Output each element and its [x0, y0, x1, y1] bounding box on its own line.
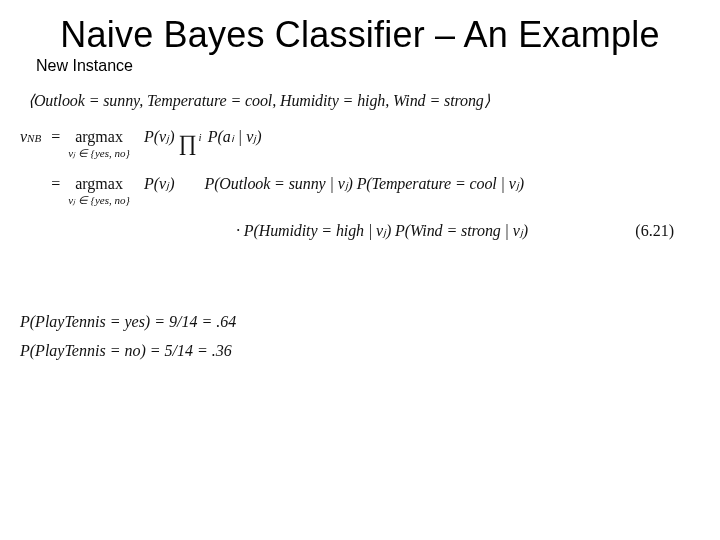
- nb-subscript: NB: [27, 132, 41, 144]
- new-instance-label: New Instance: [36, 57, 700, 75]
- pai-given-vj: P(aᵢ | vⱼ): [208, 125, 262, 148]
- argmax-domain-1: vⱼ ∈ {yes, no}: [68, 146, 130, 162]
- argmax-label-1: argmax: [75, 125, 123, 148]
- nb-expanded-row-1: vNB = argmax vⱼ ∈ {yes, no} P(vⱼ) P(Outl…: [20, 172, 700, 209]
- argmax-2: argmax vⱼ ∈ {yes, no}: [68, 172, 130, 209]
- argmax-domain-2: vⱼ ∈ {yes, no}: [68, 193, 130, 209]
- pvj-1: P(vⱼ): [144, 125, 175, 148]
- equals-2: =: [51, 172, 60, 195]
- prior-no: P(PlayTennis = no) = 5/14 = .36: [20, 339, 700, 362]
- nb-definition-row: vNB = argmax vⱼ ∈ {yes, no} P(vⱼ) ∏i P(a…: [20, 125, 700, 162]
- math-region: ⟨Outlook = sunny, Temperature = cool, Hu…: [20, 89, 700, 362]
- expanded-term-2: · P(Humidity = high | vⱼ) P(Wind = stron…: [236, 219, 528, 242]
- product-index: i: [199, 130, 202, 146]
- nb-expanded-row-2: · P(Humidity = high | vⱼ) P(Wind = stron…: [20, 219, 700, 242]
- instance-tuple-text: ⟨Outlook = sunny, Temperature = cool, Hu…: [28, 89, 490, 112]
- slide-title: Naive Bayes Classifier – An Example: [20, 14, 700, 55]
- argmax-1: argmax vⱼ ∈ {yes, no}: [68, 125, 130, 162]
- product-symbol: ∏: [178, 127, 196, 159]
- prior-yes: P(PlayTennis = yes) = 9/14 = .64: [20, 310, 700, 333]
- instance-tuple: ⟨Outlook = sunny, Temperature = cool, Hu…: [28, 89, 700, 112]
- priors-block: P(PlayTennis = yes) = 9/14 = .64 P(PlayT…: [20, 310, 700, 362]
- equals-1: =: [51, 125, 60, 148]
- pvj-2: P(vⱼ): [144, 172, 175, 195]
- argmax-label-2: argmax: [75, 172, 123, 195]
- vnb-symbol: vNB: [20, 125, 41, 148]
- slide: Naive Bayes Classifier – An Example New …: [0, 0, 720, 540]
- vnb-lhs: vNB: [20, 125, 41, 148]
- expanded-term-1: P(Outlook = sunny | vⱼ) P(Temperature = …: [204, 172, 523, 195]
- equation-number: (6.21): [635, 219, 674, 242]
